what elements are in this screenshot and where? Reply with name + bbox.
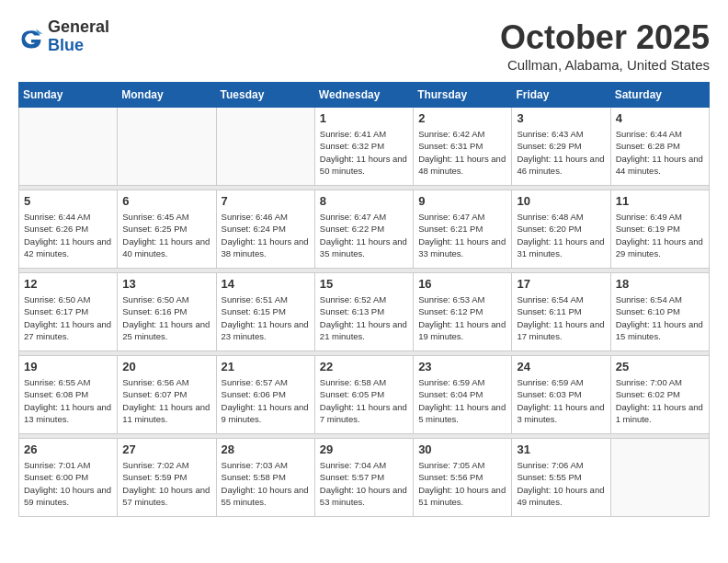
day-detail: Sunrise: 6:54 AM Sunset: 6:11 PM Dayligh… xyxy=(517,293,605,342)
title-block: October 2025 Cullman, Alabama, United St… xyxy=(500,18,710,73)
day-detail: Sunrise: 6:59 AM Sunset: 6:03 PM Dayligh… xyxy=(517,376,605,425)
day-detail: Sunrise: 6:55 AM Sunset: 6:08 PM Dayligh… xyxy=(24,376,112,425)
location: Cullman, Alabama, United States xyxy=(500,57,710,73)
day-number: 27 xyxy=(122,442,210,456)
day-number: 13 xyxy=(122,277,210,291)
day-detail: Sunrise: 6:44 AM Sunset: 6:26 PM Dayligh… xyxy=(24,211,112,259)
day-number: 5 xyxy=(24,194,112,208)
weekday-header-monday: Monday xyxy=(118,83,216,108)
day-detail: Sunrise: 7:05 AM Sunset: 5:56 PM Dayligh… xyxy=(418,459,506,508)
day-detail: Sunrise: 6:59 AM Sunset: 6:04 PM Dayligh… xyxy=(418,376,506,425)
page-header: General Blue October 2025 Cullman, Alaba… xyxy=(18,18,710,73)
calendar-cell: 19Sunrise: 6:55 AM Sunset: 6:08 PM Dayli… xyxy=(19,356,118,434)
calendar-cell: 9Sunrise: 6:47 AM Sunset: 6:21 PM Daylig… xyxy=(414,190,512,269)
day-detail: Sunrise: 6:50 AM Sunset: 6:17 PM Dayligh… xyxy=(24,293,112,342)
day-number: 14 xyxy=(222,277,310,291)
calendar-cell: 23Sunrise: 6:59 AM Sunset: 6:04 PM Dayli… xyxy=(414,356,512,434)
day-detail: Sunrise: 6:42 AM Sunset: 6:31 PM Dayligh… xyxy=(418,128,506,177)
calendar-cell: 12Sunrise: 6:50 AM Sunset: 6:17 PM Dayli… xyxy=(19,273,118,351)
calendar-cell: 7Sunrise: 6:46 AM Sunset: 6:24 PM Daylig… xyxy=(216,190,314,269)
day-number: 19 xyxy=(24,360,112,373)
logo-text: General Blue xyxy=(48,18,109,55)
calendar-cell: 18Sunrise: 6:54 AM Sunset: 6:10 PM Dayli… xyxy=(610,273,709,351)
weekday-header-saturday: Saturday xyxy=(610,83,709,108)
month-title: October 2025 xyxy=(500,18,710,57)
day-detail: Sunrise: 6:49 AM Sunset: 6:19 PM Dayligh… xyxy=(616,211,704,259)
day-detail: Sunrise: 7:02 AM Sunset: 5:59 PM Dayligh… xyxy=(122,459,210,508)
day-detail: Sunrise: 6:57 AM Sunset: 6:06 PM Dayligh… xyxy=(222,376,310,425)
day-number: 30 xyxy=(418,442,506,456)
day-number: 20 xyxy=(122,360,210,373)
calendar-cell xyxy=(118,108,216,186)
day-detail: Sunrise: 6:50 AM Sunset: 6:16 PM Dayligh… xyxy=(122,293,210,342)
logo-general: General xyxy=(48,18,109,37)
week-row-5: 26Sunrise: 7:01 AM Sunset: 6:00 PM Dayli… xyxy=(19,439,710,517)
week-row-1: 1Sunrise: 6:41 AM Sunset: 6:32 PM Daylig… xyxy=(19,108,710,186)
day-number: 17 xyxy=(517,277,605,291)
day-detail: Sunrise: 7:00 AM Sunset: 6:02 PM Dayligh… xyxy=(616,376,704,425)
day-detail: Sunrise: 7:01 AM Sunset: 6:00 PM Dayligh… xyxy=(24,459,112,508)
weekday-header-friday: Friday xyxy=(512,83,610,108)
calendar-cell xyxy=(610,439,709,517)
calendar-cell: 3Sunrise: 6:43 AM Sunset: 6:29 PM Daylig… xyxy=(512,108,610,186)
day-detail: Sunrise: 6:51 AM Sunset: 6:15 PM Dayligh… xyxy=(222,293,310,342)
calendar-cell: 15Sunrise: 6:52 AM Sunset: 6:13 PM Dayli… xyxy=(314,273,413,351)
day-number: 21 xyxy=(222,360,310,373)
calendar-cell xyxy=(19,108,118,186)
calendar-cell: 28Sunrise: 7:03 AM Sunset: 5:58 PM Dayli… xyxy=(216,439,314,517)
day-number: 15 xyxy=(320,277,408,291)
day-number: 2 xyxy=(418,111,506,125)
day-number: 25 xyxy=(616,360,704,373)
day-detail: Sunrise: 6:47 AM Sunset: 6:22 PM Dayligh… xyxy=(320,211,408,259)
calendar-cell: 14Sunrise: 6:51 AM Sunset: 6:15 PM Dayli… xyxy=(216,273,314,351)
calendar-cell: 27Sunrise: 7:02 AM Sunset: 5:59 PM Dayli… xyxy=(118,439,216,517)
day-detail: Sunrise: 6:44 AM Sunset: 6:28 PM Dayligh… xyxy=(616,128,704,177)
calendar-cell: 13Sunrise: 6:50 AM Sunset: 6:16 PM Dayli… xyxy=(118,273,216,351)
calendar-cell: 5Sunrise: 6:44 AM Sunset: 6:26 PM Daylig… xyxy=(19,190,118,269)
day-number: 11 xyxy=(616,194,704,208)
calendar-cell: 21Sunrise: 6:57 AM Sunset: 6:06 PM Dayli… xyxy=(216,356,314,434)
day-number: 22 xyxy=(320,360,408,373)
day-number: 1 xyxy=(320,111,408,125)
weekday-header-sunday: Sunday xyxy=(19,83,118,108)
calendar-cell: 17Sunrise: 6:54 AM Sunset: 6:11 PM Dayli… xyxy=(512,273,610,351)
day-number: 10 xyxy=(517,194,605,208)
day-number: 18 xyxy=(616,277,704,291)
day-number: 12 xyxy=(24,277,112,291)
calendar-cell: 16Sunrise: 6:53 AM Sunset: 6:12 PM Dayli… xyxy=(414,273,512,351)
logo-blue: Blue xyxy=(48,37,109,55)
day-number: 8 xyxy=(320,194,408,208)
week-row-3: 12Sunrise: 6:50 AM Sunset: 6:17 PM Dayli… xyxy=(19,273,710,351)
calendar-cell: 6Sunrise: 6:45 AM Sunset: 6:25 PM Daylig… xyxy=(118,190,216,269)
day-number: 9 xyxy=(418,194,506,208)
day-detail: Sunrise: 6:58 AM Sunset: 6:05 PM Dayligh… xyxy=(320,376,408,425)
calendar-table: SundayMondayTuesdayWednesdayThursdayFrid… xyxy=(18,82,710,517)
day-number: 3 xyxy=(517,111,605,125)
calendar-cell: 4Sunrise: 6:44 AM Sunset: 6:28 PM Daylig… xyxy=(610,108,709,186)
day-detail: Sunrise: 7:04 AM Sunset: 5:57 PM Dayligh… xyxy=(320,459,408,508)
day-detail: Sunrise: 6:56 AM Sunset: 6:07 PM Dayligh… xyxy=(122,376,210,425)
day-number: 26 xyxy=(24,442,112,456)
calendar-cell: 22Sunrise: 6:58 AM Sunset: 6:05 PM Dayli… xyxy=(314,356,413,434)
calendar-cell: 20Sunrise: 6:56 AM Sunset: 6:07 PM Dayli… xyxy=(118,356,216,434)
weekday-header-wednesday: Wednesday xyxy=(314,83,413,108)
logo-icon xyxy=(18,26,44,52)
day-number: 7 xyxy=(222,194,310,208)
weekday-header-tuesday: Tuesday xyxy=(216,83,314,108)
week-row-2: 5Sunrise: 6:44 AM Sunset: 6:26 PM Daylig… xyxy=(19,190,710,269)
weekday-header-thursday: Thursday xyxy=(414,83,512,108)
calendar-cell: 25Sunrise: 7:00 AM Sunset: 6:02 PM Dayli… xyxy=(610,356,709,434)
calendar-cell: 1Sunrise: 6:41 AM Sunset: 6:32 PM Daylig… xyxy=(314,108,413,186)
day-detail: Sunrise: 6:48 AM Sunset: 6:20 PM Dayligh… xyxy=(517,211,605,259)
calendar-cell: 2Sunrise: 6:42 AM Sunset: 6:31 PM Daylig… xyxy=(414,108,512,186)
day-detail: Sunrise: 6:43 AM Sunset: 6:29 PM Dayligh… xyxy=(517,128,605,177)
day-number: 4 xyxy=(616,111,704,125)
day-detail: Sunrise: 6:54 AM Sunset: 6:10 PM Dayligh… xyxy=(616,293,704,342)
day-number: 6 xyxy=(122,194,210,208)
calendar-cell: 30Sunrise: 7:05 AM Sunset: 5:56 PM Dayli… xyxy=(414,439,512,517)
calendar-cell: 11Sunrise: 6:49 AM Sunset: 6:19 PM Dayli… xyxy=(610,190,709,269)
day-detail: Sunrise: 7:03 AM Sunset: 5:58 PM Dayligh… xyxy=(222,459,310,508)
calendar-cell xyxy=(216,108,314,186)
day-detail: Sunrise: 7:06 AM Sunset: 5:55 PM Dayligh… xyxy=(517,459,605,508)
day-number: 31 xyxy=(517,442,605,456)
